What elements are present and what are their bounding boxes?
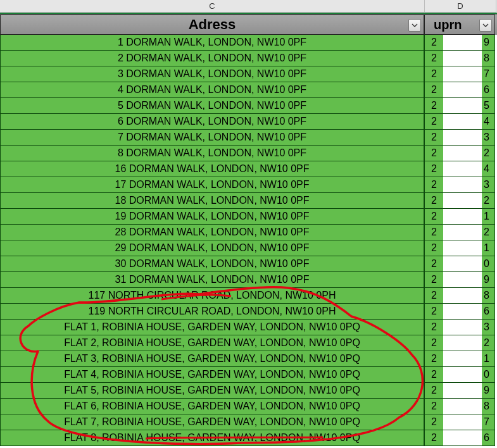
cell-uprn[interactable]: 23: [424, 130, 495, 146]
cell-address[interactable]: FLAT 4, ROBINIA HOUSE, GARDEN WAY, LONDO…: [0, 367, 424, 383]
cell-address[interactable]: 1 DORMAN WALK, LONDON, NW10 0PF: [0, 35, 424, 51]
cell-address[interactable]: 19 DORMAN WALK, LONDON, NW10 0PF: [0, 209, 424, 225]
cell-uprn[interactable]: 22: [424, 335, 495, 351]
header-cell-uprn[interactable]: uprn: [424, 15, 495, 35]
redaction-mask: [443, 82, 482, 98]
table-row: FLAT 1, ROBINIA HOUSE, GARDEN WAY, LONDO…: [0, 320, 497, 335]
uprn-left-fragment: 2: [431, 147, 437, 159]
cell-uprn[interactable]: 27: [424, 414, 495, 430]
uprn-left-fragment: 2: [431, 116, 437, 127]
cell-address[interactable]: FLAT 8, ROBINIA HOUSE, GARDEN WAY, LONDO…: [0, 430, 424, 446]
table-row: 1 DORMAN WALK, LONDON, NW10 0PF29: [0, 35, 497, 51]
chevron-down-icon: [482, 22, 489, 28]
cell-uprn[interactable]: 26: [424, 82, 495, 98]
cell-address[interactable]: 17 DORMAN WALK, LONDON, NW10 0PF: [0, 177, 424, 193]
chevron-down-icon: [412, 22, 418, 28]
redaction-mask: [443, 146, 482, 161]
uprn-left-fragment: 2: [431, 68, 437, 80]
uprn-left-fragment: 2: [431, 290, 437, 301]
cell-uprn[interactable]: 29: [424, 272, 495, 288]
table-row: 30 DORMAN WALK, LONDON, NW10 0PF20: [0, 256, 497, 272]
header-label-uprn: uprn: [434, 18, 462, 32]
uprn-left-fragment: 2: [431, 84, 437, 96]
cell-address[interactable]: 3 DORMAN WALK, LONDON, NW10 0PF: [0, 66, 424, 82]
column-header-d[interactable]: D: [425, 0, 496, 13]
cell-address[interactable]: 28 DORMAN WALK, LONDON, NW10 0PF: [0, 225, 424, 240]
cell-uprn[interactable]: 22: [424, 146, 495, 161]
uprn-right-fragment: 9: [484, 37, 489, 48]
redaction-mask: [443, 130, 482, 146]
cell-uprn[interactable]: 23: [424, 320, 495, 335]
cell-uprn[interactable]: 29: [424, 35, 495, 51]
redaction-mask: [443, 288, 482, 304]
uprn-left-fragment: 2: [431, 385, 437, 396]
cell-address[interactable]: 8 DORMAN WALK, LONDON, NW10 0PF: [0, 146, 424, 161]
cell-uprn[interactable]: 21: [424, 351, 495, 367]
cell-uprn[interactable]: 22: [424, 225, 495, 240]
uprn-right-fragment: 4: [484, 116, 489, 127]
cell-uprn[interactable]: 26: [424, 430, 495, 446]
cell-uprn[interactable]: 23: [424, 177, 495, 193]
uprn-left-fragment: 2: [431, 337, 437, 349]
cell-uprn[interactable]: 20: [424, 367, 495, 383]
cell-address[interactable]: 31 DORMAN WALK, LONDON, NW10 0PF: [0, 272, 424, 288]
cell-address[interactable]: FLAT 5, ROBINIA HOUSE, GARDEN WAY, LONDO…: [0, 383, 424, 399]
cell-uprn[interactable]: 24: [424, 114, 495, 130]
cell-address[interactable]: FLAT 2, ROBINIA HOUSE, GARDEN WAY, LONDO…: [0, 335, 424, 351]
column-header-c[interactable]: C: [0, 0, 425, 13]
cell-address[interactable]: FLAT 1, ROBINIA HOUSE, GARDEN WAY, LONDO…: [0, 320, 424, 335]
filter-button-address[interactable]: [408, 19, 421, 32]
cell-uprn[interactable]: 22: [424, 193, 495, 209]
table-row: 6 DORMAN WALK, LONDON, NW10 0PF24: [0, 114, 497, 130]
cell-address[interactable]: 18 DORMAN WALK, LONDON, NW10 0PF: [0, 193, 424, 209]
cell-uprn[interactable]: 24: [424, 161, 495, 177]
cell-address[interactable]: 119 NORTH CIRCULAR ROAD, LONDON, NW10 0P…: [0, 304, 424, 320]
uprn-right-fragment: 8: [484, 401, 489, 412]
uprn-right-fragment: 3: [484, 132, 489, 143]
cell-address[interactable]: 7 DORMAN WALK, LONDON, NW10 0PF: [0, 130, 424, 146]
uprn-right-fragment: 1: [484, 242, 489, 254]
uprn-right-fragment: 8: [484, 53, 489, 64]
uprn-left-fragment: 2: [431, 416, 437, 428]
uprn-left-fragment: 2: [431, 242, 437, 254]
uprn-right-fragment: 6: [484, 306, 489, 317]
cell-uprn[interactable]: 29: [424, 383, 495, 399]
cell-uprn[interactable]: 26: [424, 304, 495, 320]
cell-address[interactable]: 6 DORMAN WALK, LONDON, NW10 0PF: [0, 114, 424, 130]
redaction-mask: [443, 383, 482, 399]
header-cell-address[interactable]: Adress: [0, 15, 424, 35]
uprn-left-fragment: 2: [431, 132, 437, 143]
cell-address[interactable]: 30 DORMAN WALK, LONDON, NW10 0PF: [0, 256, 424, 272]
uprn-left-fragment: 2: [431, 306, 437, 317]
cell-uprn[interactable]: 21: [424, 240, 495, 256]
cell-uprn[interactable]: 21: [424, 209, 495, 225]
cell-address[interactable]: 4 DORMAN WALK, LONDON, NW10 0PF: [0, 82, 424, 98]
uprn-right-fragment: 2: [484, 337, 489, 349]
uprn-left-fragment: 2: [431, 353, 437, 364]
uprn-right-fragment: 3: [484, 321, 489, 333]
cell-address[interactable]: 2 DORMAN WALK, LONDON, NW10 0PF: [0, 51, 424, 66]
table-row: 29 DORMAN WALK, LONDON, NW10 0PF21: [0, 240, 497, 256]
uprn-right-fragment: 2: [484, 195, 489, 206]
cell-address[interactable]: FLAT 6, ROBINIA HOUSE, GARDEN WAY, LONDO…: [0, 399, 424, 414]
table-row: 19 DORMAN WALK, LONDON, NW10 0PF21: [0, 209, 497, 225]
cell-uprn[interactable]: 28: [424, 399, 495, 414]
uprn-left-fragment: 2: [431, 369, 437, 380]
cell-address[interactable]: 16 DORMAN WALK, LONDON, NW10 0PF: [0, 161, 424, 177]
uprn-left-fragment: 2: [431, 53, 437, 64]
cell-address[interactable]: 5 DORMAN WALK, LONDON, NW10 0PF: [0, 98, 424, 114]
cell-uprn[interactable]: 28: [424, 51, 495, 66]
cell-address[interactable]: FLAT 7, ROBINIA HOUSE, GARDEN WAY, LONDO…: [0, 414, 424, 430]
filter-button-uprn[interactable]: [479, 19, 492, 32]
cell-address[interactable]: 29 DORMAN WALK, LONDON, NW10 0PF: [0, 240, 424, 256]
cell-uprn[interactable]: 27: [424, 66, 495, 82]
cell-address[interactable]: 117 NORTH CIRCULAR ROAD, LONDON, NW10 0P…: [0, 288, 424, 304]
redaction-mask: [443, 35, 482, 51]
cell-address[interactable]: FLAT 3, ROBINIA HOUSE, GARDEN WAY, LONDO…: [0, 351, 424, 367]
cell-uprn[interactable]: 25: [424, 98, 495, 114]
cell-uprn[interactable]: 28: [424, 288, 495, 304]
cell-uprn[interactable]: 20: [424, 256, 495, 272]
table-row: FLAT 2, ROBINIA HOUSE, GARDEN WAY, LONDO…: [0, 335, 497, 351]
redaction-mask: [443, 414, 482, 430]
uprn-right-fragment: 2: [484, 227, 489, 238]
